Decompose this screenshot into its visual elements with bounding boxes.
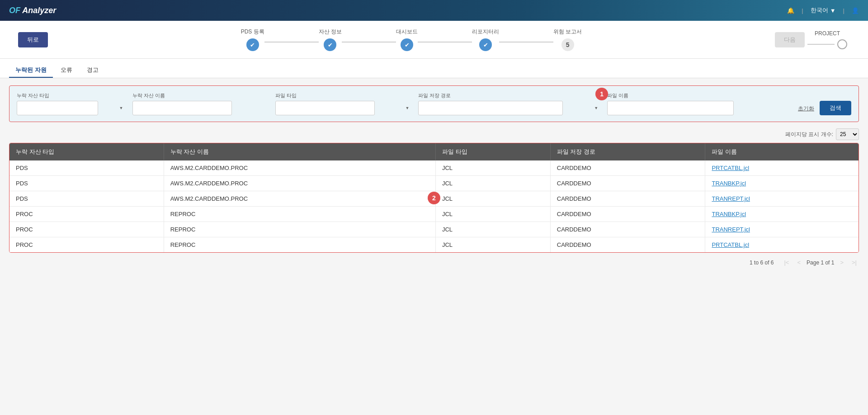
table-row: PROC REPROC JCL CARDDEMO TRANBKP.jcl	[9, 207, 859, 222]
first-page-button[interactable]: |<	[782, 258, 791, 267]
wizard-step-risk: 위험 보고서 5	[553, 28, 582, 51]
filter-file-path-group: 1 파일 저장 경로 CARDDEMO	[418, 92, 602, 115]
tab-missing[interactable]: 누락된 자원	[9, 63, 53, 78]
tab-error[interactable]: 오류	[54, 63, 79, 78]
col-file-type: 파일 타입	[435, 143, 550, 160]
cell-file-name[interactable]: TRANREPT.jcl	[705, 222, 859, 237]
user-icon[interactable]: 👤	[852, 7, 859, 14]
table-row: PDS AWS.M2.CARDDEMO.PROC JCL CARDDEMO TR…	[9, 191, 859, 207]
wizard-step-repository-label: 리포지터리	[472, 28, 499, 36]
cell-asset-name: AWS.M2.CARDDEMO.PROC	[164, 160, 435, 176]
filter-actions: 초기화 검색	[796, 101, 851, 115]
table-row: PROC REPROC JCL CARDDEMO TRANREPT.jcl	[9, 222, 859, 237]
table-section: 2 누락 자산 타입 누락 자산 이름 파일 타입 파일 저장 경로 파일 이름…	[9, 143, 859, 253]
app-logo: OF Analyzer	[9, 6, 56, 15]
wizard-step-repository-circle: ✔	[479, 38, 492, 51]
pagination-bar: 1 to 6 of 6 |< < Page 1 of 1 > >|	[0, 253, 868, 272]
cell-file-path: CARDDEMO	[550, 222, 705, 237]
filter-section: 누락 자산 타입 PDS PROC 누락 자산 이름 파일 타입	[9, 85, 859, 122]
cell-file-type: JCL	[435, 191, 550, 207]
per-page-label: 페이지당 표시 개수:	[785, 131, 833, 138]
filter-asset-name-input[interactable]	[132, 101, 232, 115]
cell-file-name[interactable]: PRTCATBL.jcl	[705, 237, 859, 253]
wizard-connector-3	[418, 42, 472, 42]
wizard-step-repository: 리포지터리 ✔	[472, 28, 499, 51]
last-page-button[interactable]: >|	[849, 258, 859, 267]
record-range: 1 to 6 of 6	[750, 259, 774, 266]
cell-asset-type: PROC	[9, 222, 164, 237]
filter-file-type-label: 파일 타입	[275, 92, 413, 99]
file-link[interactable]: PRTCATBL.jcl	[712, 165, 749, 171]
wizard-connector-4	[499, 42, 553, 42]
cell-asset-name: AWS.M2.CARDDEMO.PROC	[164, 191, 435, 207]
per-page-select[interactable]: 25 50 100	[836, 128, 859, 140]
reset-button[interactable]: 초기화	[796, 102, 816, 115]
cell-file-path: CARDDEMO	[550, 237, 705, 253]
wizard-step-dashboard-label: 대시보드	[396, 28, 418, 36]
filter-file-type-select[interactable]: JCL COBOL	[275, 101, 375, 115]
cell-file-path: CARDDEMO	[550, 191, 705, 207]
table-row: PDS AWS.M2.CARDDEMO.PROC JCL CARDDEMO TR…	[9, 176, 859, 191]
filter-asset-name-group: 누락 자산 이름	[132, 92, 270, 115]
filter-file-path-select[interactable]: CARDDEMO	[418, 101, 563, 115]
cell-asset-name: AWS.M2.CARDDEMO.PROC	[164, 176, 435, 191]
wizard-project-label: PROJECT	[815, 30, 840, 37]
file-link[interactable]: TRANREPT.jcl	[712, 226, 750, 233]
logo-highlight: OF	[9, 6, 20, 15]
header-right: 🔔 | 한국어 ▼ | 👤	[787, 6, 859, 14]
tab-warning[interactable]: 경고	[80, 63, 105, 78]
file-link[interactable]: TRANBKP.jcl	[712, 180, 746, 187]
file-link[interactable]: PRTCATBL.jcl	[712, 241, 749, 248]
filter-file-path-label: 파일 저장 경로	[418, 92, 602, 99]
cell-file-path: CARDDEMO	[550, 176, 705, 191]
col-file-name: 파일 이름	[705, 143, 859, 160]
cell-asset-type: PDS	[9, 176, 164, 191]
next-button[interactable]: 다음	[775, 32, 805, 47]
cell-asset-type: PDS	[9, 160, 164, 176]
cell-file-name[interactable]: TRANREPT.jcl	[705, 191, 859, 207]
cell-file-name[interactable]: TRANBKP.jcl	[705, 207, 859, 222]
filter-asset-type-select[interactable]: PDS PROC	[17, 101, 98, 115]
wizard-step-risk-circle: 5	[561, 38, 574, 51]
cell-file-type: JCL	[435, 237, 550, 253]
cell-asset-type: PDS	[9, 191, 164, 207]
table-row: PROC REPROC JCL CARDDEMO PRTCATBL.jcl	[9, 237, 859, 253]
cell-file-name[interactable]: PRTCATBL.jcl	[705, 160, 859, 176]
cell-asset-name: REPROC	[164, 207, 435, 222]
language-selector[interactable]: 한국어 ▼	[811, 6, 836, 14]
filter-asset-name-label: 누락 자산 이름	[132, 92, 270, 99]
results-table: 누락 자산 타입 누락 자산 이름 파일 타입 파일 저장 경로 파일 이름 P…	[9, 143, 859, 252]
cell-file-path: CARDDEMO	[550, 207, 705, 222]
page-size-bar: 페이지당 표시 개수: 25 50 100	[0, 126, 868, 143]
header-divider-2: |	[843, 7, 844, 14]
col-asset-type: 누락 자산 타입	[9, 143, 164, 160]
wizard-step-pds: PDS 등록 ✔	[241, 28, 264, 51]
wizard-bar: 뒤로 PDS 등록 ✔ 자산 정보 ✔ 대시보드 ✔ 리포지터리 ✔ 위험 보고…	[0, 21, 868, 59]
file-link[interactable]: TRANREPT.jcl	[712, 195, 750, 202]
cell-asset-name: REPROC	[164, 237, 435, 253]
wizard-project-circle	[837, 39, 847, 49]
wizard-project: PROJECT	[805, 30, 850, 49]
tabs-bar: 누락된 자원 오류 경고	[0, 59, 868, 78]
file-link[interactable]: TRANBKP.jcl	[712, 211, 746, 217]
wizard-step-pds-label: PDS 등록	[241, 28, 264, 36]
cell-file-type: JCL	[435, 160, 550, 176]
search-button[interactable]: 검색	[820, 101, 851, 115]
back-button[interactable]: 뒤로	[18, 32, 48, 47]
notification-icon[interactable]: 🔔	[787, 7, 794, 14]
wizard-connector-2	[342, 42, 396, 42]
wizard-step-asset: 자산 정보 ✔	[319, 28, 342, 51]
table-row: PDS AWS.M2.CARDDEMO.PROC JCL CARDDEMO PR…	[9, 160, 859, 176]
cell-asset-type: PROC	[9, 207, 164, 222]
next-page-button[interactable]: >	[838, 258, 846, 267]
cell-file-type: JCL	[435, 207, 550, 222]
wizard-steps: PDS 등록 ✔ 자산 정보 ✔ 대시보드 ✔ 리포지터리 ✔ 위험 보고서 5	[48, 28, 775, 51]
cell-file-type: JCL	[435, 176, 550, 191]
wizard-step-dashboard-circle: ✔	[401, 38, 413, 51]
wizard-connector-1	[264, 42, 319, 42]
cell-file-name[interactable]: TRANBKP.jcl	[705, 176, 859, 191]
filter-file-name-input[interactable]	[607, 101, 734, 115]
filter-asset-type-label: 누락 자산 타입	[17, 92, 127, 99]
wizard-step-asset-circle: ✔	[324, 38, 336, 51]
prev-page-button[interactable]: <	[795, 258, 803, 267]
